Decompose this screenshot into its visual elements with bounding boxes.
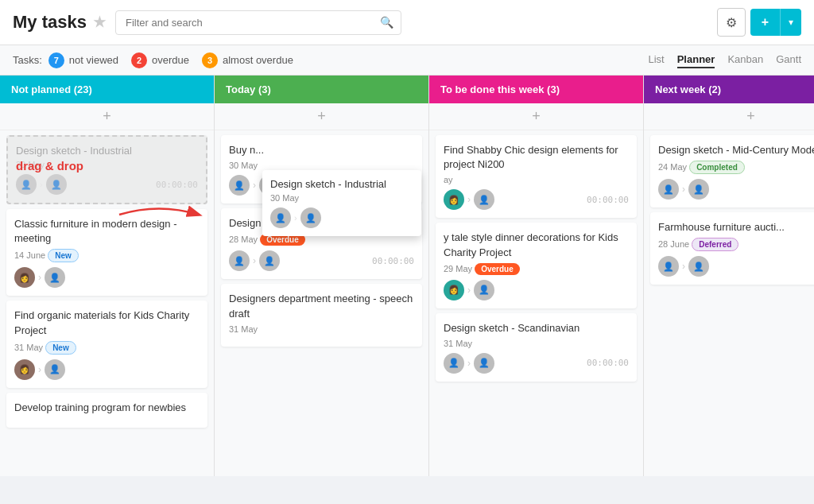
card-title: Develop training program for newbies <box>14 401 200 415</box>
avatar-1: 👩 <box>14 359 35 380</box>
card-shabby-chic[interactable]: Find Shabby Chic design elements for pro… <box>436 135 637 218</box>
card-date: 24 May Completed <box>658 161 814 174</box>
col-body-this-week: Find Shabby Chic design elements for pro… <box>429 130 643 476</box>
arrow-icon: › <box>253 255 256 266</box>
star-icon[interactable]: ★ <box>93 14 106 31</box>
tab-kanban[interactable]: Kanban <box>727 52 763 68</box>
col-header-next-week: Next week (2) <box>644 76 814 103</box>
overdue-label: overdue <box>152 54 189 66</box>
card-title: Design sketch - Scandinavian <box>444 321 629 335</box>
avatar-2: 👤 <box>474 353 494 374</box>
arrow-icon: › <box>38 364 41 375</box>
card-date: ay <box>444 175 629 184</box>
page-title: My tasks ★ <box>13 12 106 33</box>
card-scandinavian[interactable]: Design sketch - Scandinavian 31 May 👤 › … <box>436 313 637 382</box>
floating-date: 30 May <box>270 193 413 203</box>
card-title: Farmhouse furniture aucti... <box>658 220 814 235</box>
add-button-group: + ▾ <box>750 9 801 36</box>
col-body-next-week: Design sketch - Mid-Century Modern 24 Ma… <box>644 130 814 476</box>
drag-card-floating: Design sketch - Industrial 30 May 👤 › 👤 <box>262 170 421 236</box>
card-dinner-decorations[interactable]: y tale style dinner decorations for Kids… <box>436 223 637 308</box>
drag-container: Design sketch - Industrial 30 May 👤 › 👤 … <box>0 135 214 204</box>
card-mid-century[interactable]: Design sketch - Mid-Century Modern 24 Ma… <box>650 135 814 207</box>
card-footer: 👩 › 👤 <box>444 280 629 300</box>
add-dropdown-button[interactable]: ▾ <box>780 9 801 36</box>
search-input[interactable] <box>115 10 401 35</box>
avatar-2: 👤 <box>688 256 709 277</box>
tasks-label: Tasks: <box>13 54 42 66</box>
card-badge-deferred: Deferred <box>692 238 738 251</box>
card-date: 14 June New <box>14 249 200 262</box>
avatar-1: 👤 <box>658 179 679 200</box>
timer: 00:00:00 <box>587 195 629 205</box>
col-header-today: Today (3) <box>215 76 428 103</box>
card-footer: 👩 › 👤 <box>14 267 200 288</box>
float-arrow: › <box>294 213 297 223</box>
float-avatar1: 👤 <box>270 207 291 228</box>
arrow-icon: › <box>682 184 685 195</box>
col-add-not-planned[interactable]: + <box>0 103 214 130</box>
col-body-today: Design sketch - Industrial 30 May 👤 › 👤 … <box>215 130 428 476</box>
col-add-today[interactable]: + <box>215 103 428 130</box>
search-bar: 🔍 <box>115 10 401 35</box>
col-title-not-planned: Not planned (23) <box>11 83 92 95</box>
not-viewed-label: not viewed <box>69 54 118 66</box>
card-footer: 👤 › 👤 00 <box>658 179 814 200</box>
arrow-icon: › <box>38 272 41 283</box>
add-button[interactable]: + <box>750 9 780 36</box>
arrow-icon: › <box>467 194 471 205</box>
drag-arrow <box>111 199 207 233</box>
card-footer: 👤 › 👤 00:00:00 <box>444 353 629 374</box>
card-title: Design sketch - Mid-Century Modern <box>658 143 814 157</box>
settings-button[interactable]: ⚙ <box>717 8 746 37</box>
column-not-planned: Not planned (23) + Design sketch - Indus… <box>0 76 215 476</box>
card-badge-completed: Completed <box>689 161 745 174</box>
header-actions: ⚙ + ▾ <box>717 8 801 37</box>
col-add-next-week[interactable]: + <box>644 103 814 130</box>
tab-planner[interactable]: Planner <box>677 52 715 68</box>
card-date: 28 June Deferred <box>658 238 814 251</box>
card-title: Buy n... <box>229 143 414 157</box>
tab-gantt[interactable]: Gantt <box>776 52 801 68</box>
card-badge-new: New <box>48 249 79 262</box>
card-footer: 👩 › 👤 00:00:00 <box>444 189 629 210</box>
ghost-footer: 👤 › 👤 00:00:00 <box>16 174 198 195</box>
card-date: 29 May Overdue <box>444 263 629 275</box>
col-header-this-week: To be done this week (3) <box>429 76 643 103</box>
ghost-arrow: › <box>40 180 43 189</box>
floating-footer: 👤 › 👤 <box>270 207 413 228</box>
title-text: My tasks <box>13 12 87 33</box>
timer: 00:00:00 <box>372 256 414 266</box>
avatar-2: 👤 <box>474 189 494 210</box>
col-title-today: Today (3) <box>226 83 271 95</box>
card-training-program[interactable]: Develop training program for newbies <box>6 393 207 428</box>
column-this-week: To be done this week (3) + Find Shabby C… <box>429 76 644 476</box>
col-body-not-planned: Design sketch - Industrial 30 May 👤 › 👤 … <box>0 130 214 476</box>
card-footer: 👤 › 👤 00 <box>658 256 814 277</box>
avatar-2: 👤 <box>474 280 494 300</box>
column-next-week: Next week (2) + Design sketch - Mid-Cent… <box>644 76 814 476</box>
ghost-avatar1: 👤 <box>16 174 37 195</box>
card-title: y tale style dinner decorations for Kids… <box>444 231 629 259</box>
arrow-icon: › <box>467 285 471 296</box>
card-organic-materials[interactable]: Find organic materials for Kids Charity … <box>6 300 207 387</box>
card-title: Find Shabby Chic design elements for pro… <box>444 143 629 172</box>
avatar-1: 👤 <box>658 256 679 277</box>
arrow-icon: › <box>253 180 256 191</box>
avatar-1: 👩 <box>444 280 464 300</box>
col-title-this-week: To be done this week (3) <box>440 83 560 95</box>
tab-list[interactable]: List <box>648 52 664 68</box>
card-title: Designers department meeting - speech dr… <box>229 292 414 320</box>
avatar-2: 👤 <box>688 179 709 200</box>
arrow-icon: › <box>467 358 471 369</box>
card-designers-meeting[interactable]: Designers department meeting - speech dr… <box>221 284 422 346</box>
drag-label: drag & drop <box>16 159 83 173</box>
card-date: 31 May <box>229 324 414 334</box>
ghost-timer: 00:00:00 <box>156 180 198 190</box>
arrow-icon: › <box>682 261 685 272</box>
col-add-this-week[interactable]: + <box>429 103 643 130</box>
kanban-board: Not planned (23) + Design sketch - Indus… <box>0 76 814 476</box>
app-header: My tasks ★ 🔍 ⚙ + ▾ <box>0 0 814 45</box>
card-badge-overdue: Overdue <box>475 263 520 275</box>
card-farmhouse[interactable]: Farmhouse furniture aucti... 28 June Def… <box>650 212 814 285</box>
